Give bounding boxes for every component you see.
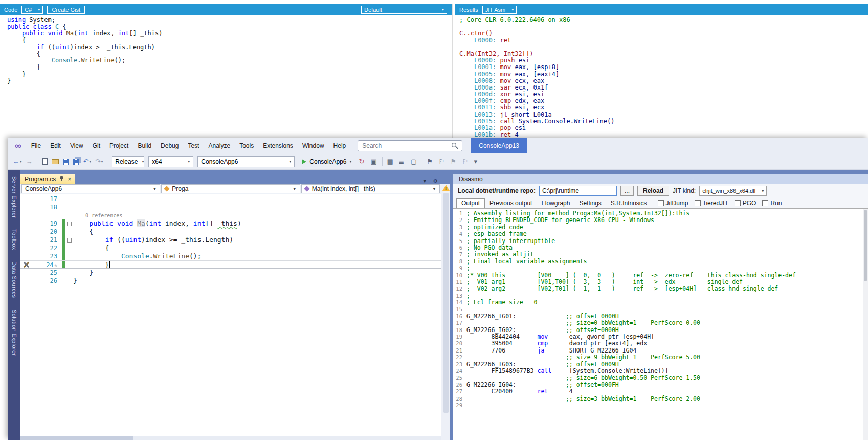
editor-line[interactable]: 26} [20, 277, 441, 285]
disasmo-tab-output[interactable]: Output [456, 198, 485, 208]
reload-button[interactable]: Reload [637, 186, 669, 196]
close-icon[interactable]: × [68, 175, 71, 183]
language-select[interactable]: C# ▾ [21, 6, 43, 14]
menu-analyze[interactable]: Analyze [204, 138, 235, 153]
disasmo-tab-settings[interactable]: Settings [574, 199, 606, 208]
editor-line[interactable]: 23 Console.WriteLine(); [20, 252, 441, 260]
editor-vertical-scrollbar[interactable] [441, 184, 450, 440]
open-file-icon[interactable] [52, 159, 59, 164]
editor-line[interactable]: 22 { [20, 244, 441, 252]
find-in-files-icon[interactable]: ≣ [398, 158, 406, 165]
menu-build[interactable]: Build [133, 138, 156, 153]
disasmo-tab-previous-output[interactable]: Previous output [485, 199, 537, 208]
pin-icon[interactable] [59, 176, 64, 182]
menu-extensions[interactable]: Extensions [258, 138, 298, 153]
checkbox-run[interactable]: Run [762, 200, 782, 208]
tool-window-tab-data-sources[interactable]: Data Sources [11, 261, 17, 298]
browse-button[interactable]: ... [620, 186, 634, 196]
disasm-output[interactable]: 1; Assembly listing for method Proga:Ma(… [453, 208, 868, 440]
document-tab-program-cs[interactable]: Program.cs × [20, 174, 75, 184]
project-dropdown[interactable]: ConsoleApp6 ▼ [21, 184, 160, 193]
previous-bookmark-icon[interactable]: ⚐ [438, 158, 446, 165]
menu-project[interactable]: Project [105, 138, 133, 153]
fold-collapse-icon[interactable]: − [65, 236, 73, 244]
tool-window-tab-server-explorer[interactable]: Server Explorer [11, 176, 17, 218]
vs-toolbar: ←▾→↶▾↷▾ Release ▾ x64 ▾ ConsoleApp6 ▾ Co… [8, 153, 868, 170]
dropdown-arrow-icon: ▾ [142, 159, 144, 164]
tool-window-tab-solution-explorer[interactable]: Solution Explorer [11, 310, 17, 356]
checkbox-pgo[interactable]: PGO [735, 200, 756, 208]
menu-edit[interactable]: Edit [46, 138, 65, 153]
navigate-forward-icon[interactable]: → [26, 158, 34, 165]
scrollbar-thumb[interactable] [20, 436, 133, 440]
create-gist-button[interactable]: Create Gist [47, 6, 85, 14]
type-dropdown[interactable]: Proga ▼ [161, 184, 300, 193]
startup-project-value: ConsoleApp6 [201, 158, 238, 165]
undo-icon[interactable]: ↶▾ [83, 158, 91, 165]
disasmo-tab-s-r-intrinsics[interactable]: S.R.Intrinsics [606, 199, 652, 208]
menu-file[interactable]: File [27, 138, 46, 153]
configuration-select[interactable]: Release ▾ [112, 156, 144, 167]
editor-horizontal-scrollbar[interactable] [20, 436, 441, 440]
search-box[interactable]: Search [358, 140, 462, 151]
disasm-text: G_M22266_IG02: ;; offset=0000H [466, 327, 619, 334]
error-list-icon[interactable]: ▤ [387, 158, 394, 165]
checkbox-tieredjit[interactable]: TieredJIT [695, 200, 728, 208]
warning-icon[interactable] [442, 185, 450, 191]
navigate-back-icon[interactable]: ←▾ [13, 158, 22, 165]
sharplab-code-editor[interactable]: using System;public class C { public voi… [0, 15, 452, 138]
checkbox-box[interactable] [658, 200, 664, 206]
command-window-icon[interactable]: ▢ [410, 158, 418, 165]
new-file-icon[interactable] [42, 158, 48, 165]
editor-line[interactable]: 24✎ } [20, 260, 441, 269]
editor-line[interactable]: 18 [20, 203, 441, 211]
startup-project-select[interactable]: ConsoleApp6 ▾ [197, 156, 295, 167]
toolbar-overflow-icon[interactable]: ▾ [474, 158, 481, 165]
editor-line[interactable]: 17 [20, 195, 441, 203]
redo-icon[interactable]: ↷▾ [95, 158, 103, 165]
repo-path-input[interactable]: C:\prj\runtime [539, 186, 617, 196]
sharplab-asm-output[interactable]: ; Core CLR 6.0.222.6406 on x86 C..ctor()… [455, 15, 868, 138]
menu-git[interactable]: Git [88, 138, 105, 153]
menu-debug[interactable]: Debug [156, 138, 183, 153]
bookmark-window-icon[interactable]: ⚐ [462, 158, 470, 165]
editor-line[interactable]: 20 { [20, 228, 441, 236]
fold-collapse-icon[interactable]: − [65, 219, 73, 228]
save-icon[interactable] [63, 159, 69, 165]
bookmark-icon[interactable]: ⚑ [427, 158, 434, 165]
disasmo-title-bar[interactable]: Disasmo [453, 174, 868, 184]
menu-view[interactable]: View [65, 138, 88, 153]
checkbox-box[interactable] [762, 200, 768, 206]
member-dropdown[interactable]: Ma(int index, int[] _this) ▼ [301, 184, 440, 193]
codelens-row[interactable]: 0 references [20, 211, 441, 219]
checkbox-box[interactable] [695, 200, 701, 206]
tool-window-tab-toolbox[interactable]: Toolbox [11, 229, 17, 250]
editor-line[interactable]: 25 } [20, 269, 441, 277]
settings-gear-icon[interactable]: ⚙ [433, 178, 438, 184]
start-debugging-button[interactable]: ConsoleApp6 ▾ [299, 156, 354, 168]
menu-test[interactable]: Test [183, 138, 204, 153]
disasmo-scrollbar[interactable] [863, 209, 868, 440]
menu-window[interactable]: Window [298, 138, 329, 153]
scrollbar-thumb[interactable] [443, 193, 449, 413]
checkbox-jitdump[interactable]: JitDump [658, 200, 688, 208]
jit-kind-select[interactable]: clrjit_win_x86_x64.dll ▾ [699, 186, 767, 196]
quick-actions-screwdriver-hammer-icon[interactable] [23, 262, 29, 268]
code-editor[interactable]: 17 18 0 references19− public void Ma(int… [20, 194, 441, 436]
results-mode-select[interactable]: JIT Asm ▾ [482, 6, 517, 14]
disasmo-tab-flowgraph[interactable]: Flowgraph [537, 199, 574, 208]
editor-line[interactable]: 19− public void Ma(int index, int[] _thi… [20, 219, 441, 228]
code-segment: )index >= _this.Length) [70, 43, 155, 51]
platform-select[interactable]: x64 ▾ [148, 156, 193, 167]
save-all-icon[interactable] [73, 159, 79, 165]
roslyn-branch-select[interactable]: Default ▾ [361, 6, 447, 14]
menu-help[interactable]: Help [329, 138, 351, 153]
checkbox-box[interactable] [735, 200, 741, 206]
tab-list-chevron-icon[interactable]: ▼ [422, 178, 427, 184]
next-bookmark-icon[interactable]: ⚑ [450, 158, 458, 165]
live-share-icon[interactable]: ▣ [370, 158, 378, 165]
editor-line[interactable]: 21− if ((uint)index >= _this.Length) [20, 236, 441, 244]
menu-tools[interactable]: Tools [235, 138, 258, 153]
scrollbar-thumb[interactable] [864, 210, 867, 281]
hot-reload-icon[interactable]: ↻ [359, 158, 366, 165]
